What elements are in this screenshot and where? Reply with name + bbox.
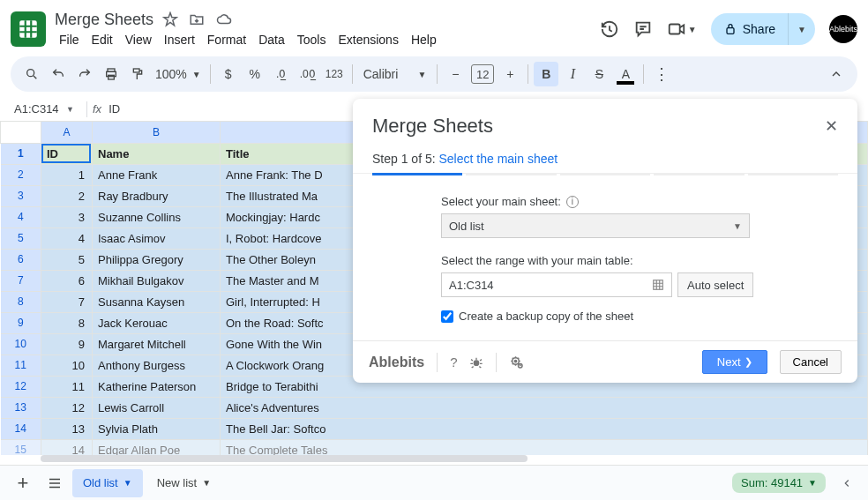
undo-icon[interactable] bbox=[46, 62, 71, 86]
more-formats-icon[interactable]: 123 bbox=[322, 62, 347, 86]
sheet-tab[interactable]: Old list▼ bbox=[72, 469, 143, 497]
share-button[interactable]: Share bbox=[711, 13, 788, 45]
col-header-a[interactable]: A bbox=[41, 122, 93, 143]
cell[interactable]: Margaret Mitchell bbox=[93, 333, 221, 354]
menu-insert[interactable]: Insert bbox=[160, 31, 199, 49]
row-header[interactable]: 8 bbox=[1, 291, 41, 312]
cell[interactable]: 10 bbox=[41, 354, 93, 376]
cell[interactable]: Mikhail Bulgakov bbox=[93, 270, 221, 291]
row-header[interactable]: 15 bbox=[1, 439, 41, 455]
search-icon[interactable] bbox=[19, 62, 44, 86]
row-header[interactable]: 4 bbox=[1, 206, 41, 228]
redo-icon[interactable] bbox=[72, 62, 97, 86]
range-input[interactable]: A1:C314 bbox=[441, 272, 672, 297]
cell[interactable]: Ray Bradbury bbox=[93, 185, 221, 206]
cell[interactable]: 6 bbox=[41, 270, 93, 291]
cell[interactable]: 3 bbox=[41, 206, 93, 228]
sheet-tab[interactable]: New list▼ bbox=[146, 469, 221, 497]
decrease-font-icon[interactable]: − bbox=[443, 62, 468, 86]
menu-format[interactable]: Format bbox=[203, 31, 251, 49]
close-icon[interactable]: ✕ bbox=[825, 116, 838, 136]
cell[interactable]: 13 bbox=[41, 418, 93, 439]
zoom-select[interactable]: 100%▼ bbox=[152, 67, 205, 81]
paint-format-icon[interactable] bbox=[125, 62, 150, 86]
cell[interactable]: 9 bbox=[41, 333, 93, 354]
account-avatar[interactable]: Ablebits bbox=[829, 15, 857, 43]
cell[interactable]: The Bell Jar: Softco bbox=[221, 418, 868, 439]
cell[interactable]: 12 bbox=[41, 397, 93, 418]
name-box[interactable]: A1:C314 ▼ bbox=[9, 102, 81, 116]
cloud-status-icon[interactable] bbox=[215, 11, 233, 27]
percent-icon[interactable]: % bbox=[243, 62, 267, 86]
row-header[interactable]: 5 bbox=[1, 228, 41, 249]
cell[interactable]: Katherine Paterson bbox=[93, 376, 221, 397]
cell[interactable]: ID bbox=[41, 143, 93, 164]
collapse-toolbar-icon[interactable] bbox=[824, 62, 849, 86]
row-header[interactable]: 3 bbox=[1, 185, 41, 206]
comment-icon[interactable] bbox=[633, 19, 653, 39]
print-icon[interactable] bbox=[99, 62, 123, 86]
menu-data[interactable]: Data bbox=[254, 31, 289, 49]
cell[interactable]: Sylvia Plath bbox=[93, 418, 221, 439]
row-header[interactable]: 6 bbox=[1, 249, 41, 270]
menu-edit[interactable]: Edit bbox=[87, 31, 117, 49]
star-icon[interactable] bbox=[162, 11, 178, 27]
cell[interactable]: 11 bbox=[41, 376, 93, 397]
row-header[interactable]: 9 bbox=[1, 312, 41, 333]
backup-checkbox-row[interactable]: Create a backup copy of the sheet bbox=[441, 310, 838, 323]
cancel-button[interactable]: Cancel bbox=[780, 350, 842, 374]
grid-picker-icon[interactable] bbox=[652, 279, 664, 291]
cell[interactable]: Alice's Adventures bbox=[221, 397, 868, 418]
all-sheets-button[interactable] bbox=[39, 469, 71, 497]
cell[interactable]: 1 bbox=[41, 164, 93, 185]
italic-button[interactable]: I bbox=[560, 62, 585, 86]
menu-file[interactable]: File bbox=[55, 31, 84, 49]
row-header[interactable]: 13 bbox=[1, 397, 41, 418]
quicksum-chip[interactable]: Sum: 49141▼ bbox=[732, 473, 826, 493]
strikethrough-button[interactable]: S bbox=[587, 62, 611, 86]
toolbar-overflow-icon[interactable]: ⋮ bbox=[649, 62, 674, 86]
next-button[interactable]: Next❯ bbox=[702, 350, 767, 374]
cell[interactable]: Lewis Carroll bbox=[93, 397, 221, 418]
cell[interactable]: 2 bbox=[41, 185, 93, 206]
share-dropdown[interactable]: ▼ bbox=[788, 13, 815, 45]
row-header[interactable]: 14 bbox=[1, 418, 41, 439]
cell[interactable]: 8 bbox=[41, 312, 93, 333]
meet-icon[interactable]: ▼ bbox=[667, 19, 697, 39]
cell[interactable]: Name bbox=[93, 143, 221, 164]
menu-tools[interactable]: Tools bbox=[293, 31, 331, 49]
bug-icon[interactable] bbox=[469, 355, 483, 369]
info-icon[interactable]: i bbox=[566, 196, 579, 208]
bold-button[interactable]: B bbox=[534, 62, 558, 86]
cell[interactable]: Philippa Gregory bbox=[93, 249, 221, 270]
row-header[interactable]: 1 bbox=[1, 143, 41, 164]
cell[interactable]: Anthony Burgess bbox=[93, 354, 221, 376]
main-sheet-select[interactable]: Old list ▼ bbox=[441, 213, 750, 238]
text-color-button[interactable]: A bbox=[613, 62, 638, 86]
menu-extensions[interactable]: Extensions bbox=[333, 31, 402, 49]
row-header[interactable]: 7 bbox=[1, 270, 41, 291]
document-title[interactable]: Merge Sheets bbox=[55, 11, 153, 29]
increase-font-icon[interactable]: + bbox=[498, 62, 522, 86]
cell[interactable]: Anne Frank bbox=[93, 164, 221, 185]
row-header[interactable]: 10 bbox=[1, 333, 41, 354]
sheets-app-icon[interactable] bbox=[11, 11, 46, 47]
font-size-input[interactable]: 12 bbox=[471, 64, 494, 84]
increase-decimal-icon[interactable]: .00̲ bbox=[296, 62, 320, 86]
add-sheet-button[interactable]: + bbox=[7, 469, 39, 497]
sidebar-toggle-icon[interactable] bbox=[833, 469, 861, 497]
col-header-b[interactable]: B bbox=[93, 122, 221, 143]
history-icon[interactable] bbox=[600, 19, 619, 39]
cell[interactable]: 7 bbox=[41, 291, 93, 312]
row-header[interactable]: 2 bbox=[1, 164, 41, 185]
menu-view[interactable]: View bbox=[121, 31, 156, 49]
cell[interactable]: Suzanne Collins bbox=[93, 206, 221, 228]
formula-bar[interactable]: ID bbox=[108, 102, 120, 116]
select-all-corner[interactable] bbox=[1, 122, 41, 143]
move-icon[interactable] bbox=[189, 11, 205, 27]
cell[interactable]: 5 bbox=[41, 249, 93, 270]
menu-help[interactable]: Help bbox=[407, 31, 441, 49]
cell[interactable]: Isaac Asimov bbox=[93, 228, 221, 249]
currency-icon[interactable]: $ bbox=[216, 62, 241, 86]
cell[interactable]: Susanna Kaysen bbox=[93, 291, 221, 312]
